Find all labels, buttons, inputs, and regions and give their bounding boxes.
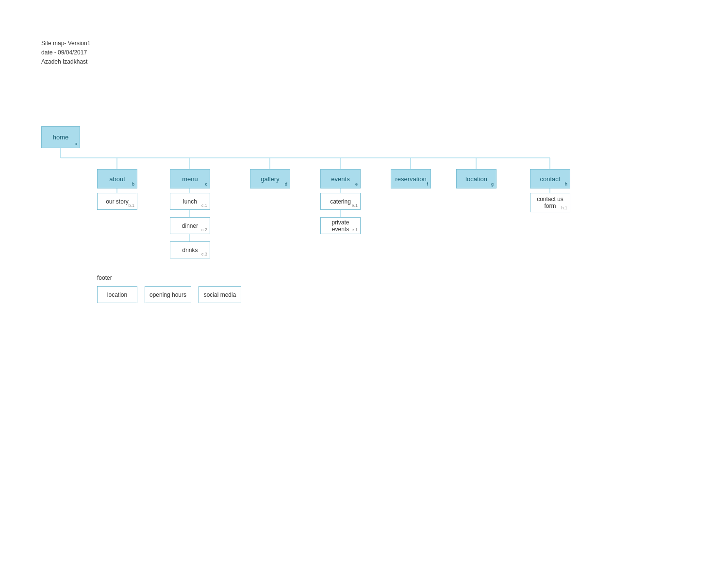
location-node[interactable]: location g xyxy=(456,169,496,188)
menu-node[interactable]: menu c xyxy=(170,169,210,188)
catering-label: catering xyxy=(327,196,354,207)
lunch-node[interactable]: lunch c.1 xyxy=(170,193,210,210)
gallery-node[interactable]: gallery d xyxy=(250,169,290,188)
footer-opening-hours-node[interactable]: opening hours xyxy=(145,286,191,303)
private-events-node[interactable]: private events e.1 xyxy=(320,217,361,234)
footer-items: location opening hours social media xyxy=(97,286,241,303)
about-label: about xyxy=(106,173,128,185)
reservation-node[interactable]: reservation f xyxy=(391,169,431,188)
our-story-node[interactable]: our story b.1 xyxy=(97,193,137,210)
footer-social-media-node[interactable]: social media xyxy=(199,286,241,303)
events-label: events xyxy=(328,173,352,185)
dinner-label: dinner xyxy=(179,221,201,231)
our-story-label: our story xyxy=(103,196,132,207)
events-node[interactable]: events e xyxy=(320,169,361,188)
home-id: a xyxy=(75,141,77,146)
meta-line2: date - 09/04/2017 xyxy=(41,48,90,57)
reservation-label: reservation xyxy=(392,173,429,185)
contact-us-form-node[interactable]: contact us form h.1 xyxy=(530,193,570,212)
drinks-node[interactable]: drinks c.3 xyxy=(170,241,210,258)
footer-opening-hours-label: opening hours xyxy=(147,290,189,300)
meta-info: Site map- Version1 date - 09/04/2017 Aza… xyxy=(41,39,90,67)
footer-location-label: location xyxy=(104,290,130,300)
footer-section: footer location opening hours social med… xyxy=(97,274,241,303)
contact-label: contact xyxy=(537,173,563,185)
footer-location-node[interactable]: location xyxy=(97,286,137,303)
footer-label: footer xyxy=(97,274,241,281)
contact-node[interactable]: contact h xyxy=(530,169,570,188)
gallery-label: gallery xyxy=(258,173,282,185)
home-node[interactable]: home a xyxy=(41,126,80,148)
catering-node[interactable]: catering e.1 xyxy=(320,193,361,210)
drinks-label: drinks xyxy=(179,245,200,256)
meta-line3: Azadeh Izadkhast xyxy=(41,57,90,67)
home-label: home xyxy=(50,132,72,143)
dinner-node[interactable]: dinner c.2 xyxy=(170,217,210,234)
lunch-label: lunch xyxy=(180,196,200,207)
meta-line1: Site map- Version1 xyxy=(41,39,90,48)
about-node[interactable]: about b xyxy=(97,169,137,188)
home-box[interactable]: home a xyxy=(41,126,80,148)
location-label: location xyxy=(463,173,490,185)
footer-social-media-label: social media xyxy=(201,290,239,300)
menu-label: menu xyxy=(179,173,201,185)
